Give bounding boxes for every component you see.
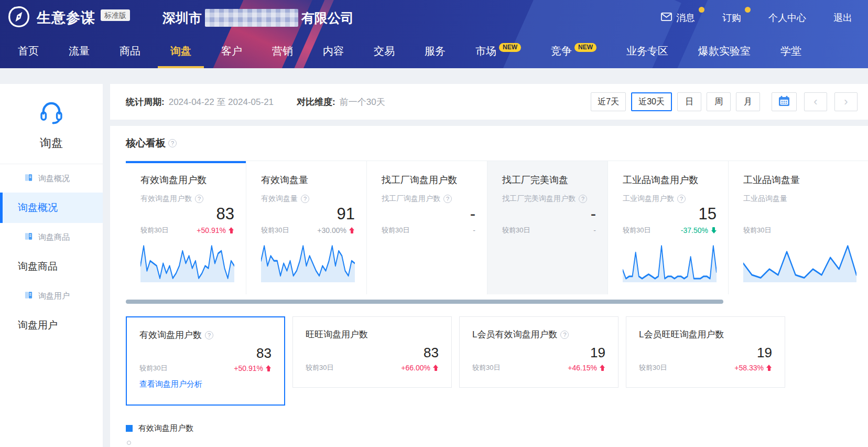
sidebar-group-inquiry-overview[interactable]: 询盘概况 xyxy=(0,164,103,193)
company-suffix: 有限公司 xyxy=(301,9,354,27)
compare-period-label: 较前30日 xyxy=(261,226,289,235)
nav-item-products[interactable]: 商品 xyxy=(120,44,140,68)
kpi-value: - xyxy=(382,205,475,225)
main-nav: 首页 流量 商品 询盘 客户 营销 内容 交易 服务 市场NEW 竞争NEW 业… xyxy=(0,36,868,68)
nav-item-hot-item-lab[interactable]: 爆款实验室 xyxy=(698,44,751,68)
metric-card-lmember-wangwang-inquiry-users[interactable]: L会员旺旺询盘用户数 19 较前30日 +58.33% xyxy=(626,316,785,388)
core-dashboard-panel: 核心看板 ? 有效询盘用户数 有效询盘用户数? 83 较前30日 +50.91%… xyxy=(110,126,868,447)
nav-item-market[interactable]: 市场NEW xyxy=(475,44,521,68)
metric-card-valid-inquiry-users[interactable]: 有效询盘用户数? 83 较前30日 +50.91% 查看询盘用户分析 xyxy=(126,316,285,406)
help-icon[interactable]: ? xyxy=(301,195,309,203)
profile-button[interactable]: 个人中心 xyxy=(768,12,806,24)
kpi-card-valid-inquiries[interactable]: 有效询盘量 有效询盘量? 91 较前30日 +30.00% xyxy=(246,161,367,294)
compare-period-label: 较前30日 xyxy=(743,226,771,235)
calendar-icon xyxy=(778,95,790,109)
metric-card-lmember-valid-inquiry-users[interactable]: L会员有效询盘用户数? 19 较前30日 +46.15% xyxy=(459,316,619,388)
nav-item-inquiries[interactable]: 询盘 xyxy=(170,44,191,68)
company-name: 深圳市 有限公司 xyxy=(162,9,354,27)
kpi-value: 83 xyxy=(140,205,234,225)
help-icon[interactable]: ? xyxy=(579,195,587,203)
metric-value: 83 xyxy=(139,345,272,361)
chevron-left-icon: ‹ xyxy=(813,95,817,109)
range-button-day[interactable]: 日 xyxy=(677,92,701,111)
up-arrow-icon xyxy=(349,227,355,233)
metric-value: 83 xyxy=(306,345,439,361)
chart-legend: 有效询盘用户数 xyxy=(126,423,868,433)
help-icon[interactable]: ? xyxy=(443,195,452,203)
help-icon[interactable]: ? xyxy=(677,195,686,203)
kpi-card-industrial-inquiry-users[interactable]: 工业品询盘用户数 工业询盘用户数? 15 较前30日 -37.50% xyxy=(608,161,729,294)
change-value: +58.33% xyxy=(734,364,772,372)
kpi-card-factory-inquiry-users[interactable]: 找工厂询盘用户数 找工厂询盘用户数? - 较前30日 - xyxy=(367,161,487,294)
up-arrow-icon xyxy=(433,365,439,371)
range-button-7d[interactable]: 近7天 xyxy=(591,92,626,111)
profile-label: 个人中心 xyxy=(768,12,806,24)
nav-item-marketing[interactable]: 营销 xyxy=(272,44,293,68)
change-value: +50.91% xyxy=(197,226,234,235)
help-icon[interactable]: ? xyxy=(560,331,569,339)
calendar-picker-button[interactable] xyxy=(772,92,797,111)
brand-name: 生意参谋 xyxy=(37,8,95,27)
chevron-right-icon: › xyxy=(844,95,848,109)
filter-bar: 统计周期: 2024-04-22 至 2024-05-21 对比维度: 前一个3… xyxy=(110,84,868,120)
prev-period-button[interactable]: ‹ xyxy=(804,92,827,111)
orders-label: 订购 xyxy=(722,12,741,24)
kpi-card-industrial-inquiries[interactable]: 工业品询盘量 工业品询盘量 较前30日 xyxy=(729,161,868,294)
view-inquiry-user-analysis-link[interactable]: 查看询盘用户分析 xyxy=(139,379,272,389)
nav-item-academy[interactable]: 学堂 xyxy=(780,44,801,68)
up-arrow-icon xyxy=(766,365,772,371)
nav-item-traffic[interactable]: 流量 xyxy=(69,44,90,68)
brand[interactable]: 生意参谋 标准版 xyxy=(7,5,130,30)
kpi-tab-row: 有效询盘用户数 有效询盘用户数? 83 较前30日 +50.91% 有效询盘量 … xyxy=(126,161,868,294)
kpi-value: 15 xyxy=(623,205,717,225)
metric-card-wangwang-inquiry-users[interactable]: 旺旺询盘用户数 83 较前30日 +66.00% xyxy=(292,316,452,388)
kpi-value: - xyxy=(502,205,596,225)
nav-item-services[interactable]: 服务 xyxy=(425,44,446,68)
messages-button[interactable]: 消息 xyxy=(661,12,695,24)
sidebar-group-inquiry-users[interactable]: 询盘用户 xyxy=(0,282,103,310)
change-value: +50.91% xyxy=(234,364,272,372)
kpi-card-factory-perfect-inquiry[interactable]: 找工厂完美询盘 找工厂完美询盘用户数? - 较前30日 - xyxy=(487,161,608,294)
period-value: 2024-04-22 至 2024-05-21 xyxy=(169,96,274,108)
notification-dot xyxy=(745,7,751,13)
company-name-redacted-block xyxy=(205,9,298,27)
orders-button[interactable]: 订购 xyxy=(722,12,741,24)
metric-value: 19 xyxy=(639,345,772,361)
up-arrow-icon xyxy=(229,227,234,233)
change-value: - xyxy=(593,226,596,235)
brand-version-badge: 标准版 xyxy=(101,9,130,21)
range-button-month[interactable]: 月 xyxy=(736,92,760,111)
compare-period-label: 较前30日 xyxy=(472,363,500,372)
new-badge: NEW xyxy=(499,43,521,52)
kpi-row-scrollbar xyxy=(126,300,868,304)
nav-item-content[interactable]: 内容 xyxy=(323,44,344,68)
ledger-icon xyxy=(24,291,33,301)
compare-label: 对比维度: xyxy=(297,96,335,108)
nav-item-trade[interactable]: 交易 xyxy=(374,44,395,68)
change-value: +30.00% xyxy=(317,226,355,235)
range-button-30d[interactable]: 近30天 xyxy=(631,92,672,111)
logout-button[interactable]: 退出 xyxy=(833,12,852,24)
nav-item-customers[interactable]: 客户 xyxy=(221,44,242,68)
scrollbar-thumb[interactable] xyxy=(126,300,723,304)
sidebar-item-inquiry-products[interactable]: 询盘商品 xyxy=(0,251,103,282)
sidebar-item-inquiry-users[interactable]: 询盘用户 xyxy=(0,310,103,340)
nav-item-competition[interactable]: 竞争NEW xyxy=(551,44,596,68)
help-icon[interactable]: ? xyxy=(205,331,213,339)
kpi-card-valid-inquiry-users[interactable]: 有效询盘用户数 有效询盘用户数? 83 较前30日 +50.91% xyxy=(126,161,246,294)
range-button-week[interactable]: 周 xyxy=(707,92,731,111)
help-icon[interactable]: ? xyxy=(195,195,203,203)
compare-period-label: 较前30日 xyxy=(623,226,650,235)
next-period-button[interactable]: › xyxy=(834,92,858,111)
mail-icon xyxy=(661,13,672,24)
compare-period-label: 较前30日 xyxy=(502,226,530,235)
sidebar-group-inquiry-products[interactable]: 询盘商品 xyxy=(0,223,103,251)
kpi-value xyxy=(743,205,856,225)
sparkline-chart xyxy=(140,241,234,282)
date-range-buttons: 近7天 近30天 日 周 月 xyxy=(585,92,858,111)
nav-item-business-zone[interactable]: 业务专区 xyxy=(626,44,668,68)
sidebar-item-inquiry-overview[interactable]: 询盘概况 xyxy=(0,193,103,223)
logout-label: 退出 xyxy=(833,12,852,24)
nav-item-home[interactable]: 首页 xyxy=(18,44,39,68)
help-icon[interactable]: ? xyxy=(168,139,177,147)
